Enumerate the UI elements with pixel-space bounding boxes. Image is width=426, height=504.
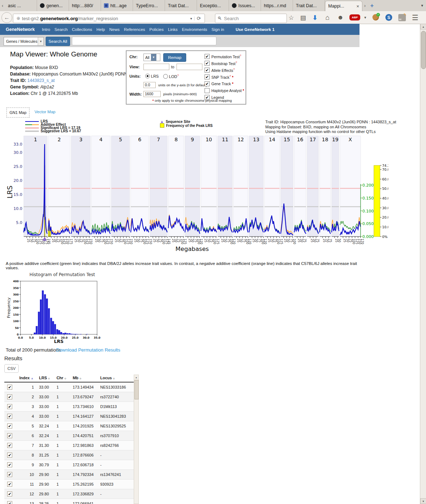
table-scroll-up-icon[interactable]: ▲ xyxy=(134,375,138,380)
nav-link-policies[interactable]: Policies xyxy=(150,27,164,32)
row-checkbox[interactable]: ✔ xyxy=(7,501,12,504)
downloads-icon[interactable]: ⬇ xyxy=(310,13,320,22)
tab-vector-map[interactable]: Vector Map xyxy=(35,110,55,114)
nav-link-intro[interactable]: Intro xyxy=(42,27,50,32)
checkbox-icon[interactable]: ✔ xyxy=(205,68,210,73)
trait-id-link[interactable]: 1443823_s_at xyxy=(27,78,55,83)
nav-link-links[interactable]: Links xyxy=(168,27,178,32)
top-search-input[interactable] xyxy=(72,37,216,45)
row-checkbox[interactable]: ✔ xyxy=(7,453,12,458)
col-header-index[interactable]: Index▲ xyxy=(18,374,38,382)
width-input[interactable]: 1600 xyxy=(143,91,161,97)
csv-button[interactable]: CSV xyxy=(4,364,19,373)
browser-search-input[interactable]: 🔍︎ Search xyxy=(215,14,287,23)
tab-gn1-map[interactable]: GN1 Map xyxy=(6,107,29,118)
browser-tab[interactable]: http:...880/ xyxy=(69,0,101,11)
nav-link-help[interactable]: Help xyxy=(96,27,105,32)
reload-icon[interactable]: ⟳ xyxy=(194,15,203,21)
checkbox-icon[interactable]: ✔ xyxy=(205,74,210,79)
search-all-button[interactable]: Search All xyxy=(46,37,70,46)
row-checkbox[interactable]: ✔ xyxy=(7,433,12,438)
row-checkbox[interactable]: ✔ xyxy=(7,385,12,390)
nav-link-references[interactable]: References xyxy=(124,27,145,32)
adblock-plus-icon[interactable]: ABP xyxy=(349,14,360,20)
option-bootstrap-test[interactable]: ✔Bootstrap Test? xyxy=(205,61,237,66)
row-checkbox[interactable]: ✔ xyxy=(7,414,12,419)
option-permutation-test[interactable]: ✔Permutation Test? xyxy=(205,54,241,59)
brand-logo[interactable]: GeneNetwork xyxy=(6,27,35,32)
url-bar[interactable]: ⊕ test-gn2.genenetwork.org/marker_regres… xyxy=(13,14,205,23)
browser-tab[interactable]: genen... xyxy=(37,0,69,11)
screengrab-extension-icon[interactable]: se✎ xyxy=(398,14,406,21)
row-checkbox[interactable]: ✔ xyxy=(7,462,12,467)
browser-tab[interactable]: htt...age xyxy=(101,0,133,11)
col-header-locus[interactable]: Locus◆ xyxy=(99,374,134,382)
site-identity-icon[interactable]: ⊕ xyxy=(17,16,20,21)
col-header-chr[interactable]: Chr◆ xyxy=(55,374,71,382)
browser-tab[interactable]: Trait Dat... xyxy=(293,0,325,11)
table-scrollbar[interactable]: ▲ xyxy=(134,375,139,504)
nav-link-search[interactable]: Search xyxy=(55,27,68,32)
back-button[interactable]: ← xyxy=(1,12,12,23)
checkbox-icon[interactable]: ✔ xyxy=(205,81,210,86)
browser-tab[interactable]: Issues... xyxy=(229,0,261,11)
scrollbar-thumb[interactable] xyxy=(421,31,426,69)
row-checkbox[interactable]: ✔ xyxy=(7,404,12,409)
option-haplotype-analyst[interactable]: Haplotype Analyst * xyxy=(205,88,244,93)
browser-tab[interactable]: Mappi...× xyxy=(325,1,362,11)
genome-scan-chart[interactable]: 12345678910111213141516171819X2550751001… xyxy=(4,135,388,256)
units-lod-radio[interactable]: LOD? xyxy=(163,74,179,79)
adblock-caret-icon[interactable]: ▼ xyxy=(361,13,370,22)
bookmarks-menu-icon[interactable]: ▤ xyxy=(298,13,308,22)
row-checkbox[interactable]: ✔ xyxy=(7,443,12,448)
url-dropdown-icon[interactable]: ▾ xyxy=(188,17,194,20)
download-permutation-link[interactable]: Download Permutation Results xyxy=(56,347,120,353)
tab-list-caret-icon[interactable]: ▾ xyxy=(418,0,426,11)
tab-scroll-left-icon[interactable]: ‹ xyxy=(0,0,5,11)
scroll-up-icon[interactable]: ▲ xyxy=(420,24,426,29)
menu-hamburger-icon[interactable]: ☰ xyxy=(411,13,420,22)
checkbox-icon[interactable]: ✔ xyxy=(205,54,210,59)
col-header-lrs[interactable]: LRS◆ xyxy=(37,374,55,382)
option-legend[interactable]: ✔Legend xyxy=(205,95,224,100)
row-checkbox[interactable]: ✔ xyxy=(7,491,12,496)
messenger-icon[interactable]: ☻ xyxy=(336,13,345,22)
row-checkbox[interactable]: ✔ xyxy=(7,394,12,399)
table-scrollbar-thumb[interactable] xyxy=(134,380,139,399)
browser-tab[interactable]: asic ... xyxy=(5,0,37,11)
option-gene-track[interactable]: ✔Gene Track * xyxy=(205,81,233,86)
col-header-mb[interactable]: Mb◆ xyxy=(71,374,99,382)
skype-extension-icon[interactable]: S xyxy=(385,14,392,21)
remap-button[interactable]: Remap xyxy=(163,53,186,62)
checkbox-icon[interactable]: ✔ xyxy=(205,61,210,66)
row-checkbox[interactable]: ✔ xyxy=(7,423,12,429)
category-select[interactable]: Genes / Molecules ▼ xyxy=(4,37,44,46)
checkbox-icon[interactable] xyxy=(205,88,210,93)
view-from-input[interactable] xyxy=(143,64,169,70)
yaxis-units-input[interactable]: 0.0 xyxy=(143,82,156,88)
home-icon[interactable]: ⌂ xyxy=(323,13,332,22)
browser-tab[interactable]: https...r.md xyxy=(261,0,293,11)
units-lrs-radio[interactable]: LRS xyxy=(145,74,159,78)
view-to-input[interactable] xyxy=(177,64,202,70)
row-checkbox[interactable]: ✔ xyxy=(7,472,12,477)
nav-link-sign-in[interactable]: Sign in xyxy=(211,27,224,32)
new-tab-button[interactable]: + xyxy=(367,0,376,11)
browser-tab[interactable]: Trait Dat... xyxy=(165,0,197,11)
option-snp-track[interactable]: ✔SNP Track? * xyxy=(205,74,233,79)
page-scrollbar[interactable]: ▲ ▼ xyxy=(420,24,426,504)
option-allele-effects[interactable]: ✔Allele Effects? xyxy=(205,68,235,73)
cookie-extension-icon[interactable]: ✓ xyxy=(372,14,379,20)
browser-tab[interactable]: TypeErro... xyxy=(133,0,165,11)
chromosome-select[interactable]: All ▼ xyxy=(143,54,160,61)
checkbox-icon[interactable]: ✔ xyxy=(205,95,210,100)
tab-scroll-right-icon[interactable]: › xyxy=(362,0,367,11)
row-checkbox[interactable]: ✔ xyxy=(7,482,12,487)
use-genenetwork1-link[interactable]: Use GeneNetwork 1 xyxy=(236,27,275,32)
nav-link-environments[interactable]: Environments xyxy=(182,27,207,32)
scroll-down-icon[interactable]: ▼ xyxy=(420,498,426,504)
tab-close-icon[interactable]: × xyxy=(356,4,359,9)
bookmark-star-icon[interactable]: ☆ xyxy=(287,13,296,22)
browser-tab[interactable]: Exceptio... xyxy=(197,0,229,11)
nav-link-news[interactable]: News xyxy=(109,27,120,32)
